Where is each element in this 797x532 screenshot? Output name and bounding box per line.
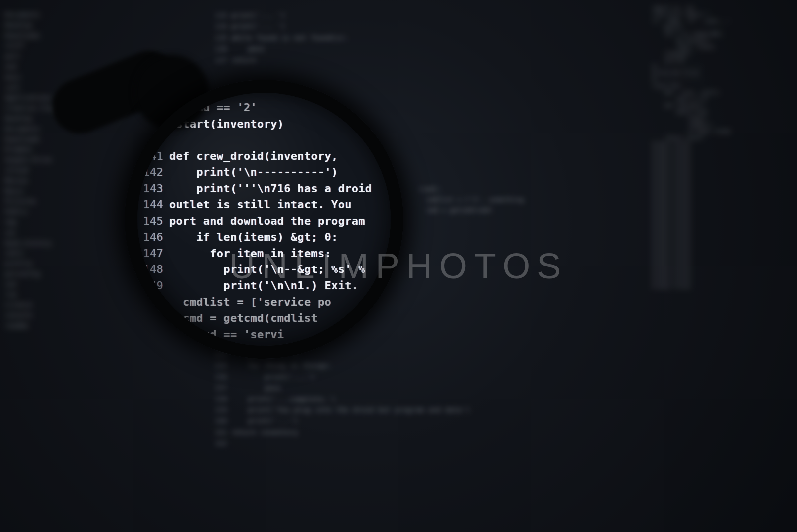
code-line: 148 print('\n--&gt; %s' % <box>137 262 391 278</box>
line-number: 144 <box>137 197 163 213</box>
code-line: 143 print('''\n716 has a droid <box>137 181 391 197</box>
line-text: if len(items) &gt; 0: <box>169 231 338 243</box>
code-line: 144outlet is still intact. You <box>137 197 391 213</box>
line-number: 146 <box>137 229 163 246</box>
blurred-minimap: import os, sys from utils import * if __… <box>653 5 782 290</box>
code-line: cmdlist = ['service po <box>137 294 391 311</box>
watermark-suffix: PHOTOS <box>376 246 568 286</box>
code-line: 142 print('\n----------') <box>137 164 391 181</box>
code-line: 146 if len(items) &gt; 0: <box>137 229 391 246</box>
line-text: print('''\n716 has a droid <box>169 182 372 195</box>
code-line: cmd = getcmd(cmdlist <box>137 310 391 327</box>
line-number: 143 <box>137 181 163 197</box>
line-text: cmd = getcmd(cmdlist <box>169 312 318 324</box>
line-number: 148 <box>137 262 163 278</box>
line-text: for item in items: <box>169 247 331 260</box>
code-line: 145port and download the program <box>137 213 391 230</box>
magnifier-handle-joint-icon <box>134 55 209 130</box>
code-line <box>137 132 391 148</box>
line-text: cmd == 'servi <box>169 328 284 341</box>
blurred-sidebar: Documents Desktop Downloads stuff part a… <box>5 10 95 331</box>
code-line: 147 for item in items: <box>137 246 391 262</box>
line-text: print('\n----------') <box>169 166 338 178</box>
blurred-code-top: print('... ') print('... ') while found … <box>214 10 473 66</box>
line-text: outlet is still intact. You <box>169 198 352 211</box>
line-text: def crew_droid(inventory, <box>169 150 338 162</box>
line-text: print('\n\n1.) Exit. <box>169 279 358 292</box>
stock-photo-frame: Documents Desktop Downloads stuff part a… <box>0 0 797 532</box>
code-line: cmd == 'servi <box>137 327 391 343</box>
blurred-code-bottom: print('...') for thing in things: print(… <box>214 349 523 438</box>
code-line: 149 print('\n\n1.) Exit. <box>137 278 391 294</box>
magnified-code-lines: cmd == '2' start(inventory)41def crew_dr… <box>137 100 391 343</box>
line-number: 147 <box>137 246 163 262</box>
line-text: print('\n--&gt; %s' % <box>169 263 365 275</box>
line-number: 149 <box>137 278 163 294</box>
code-line: 41def crew_droid(inventory, <box>137 148 391 165</box>
line-number: 145 <box>137 213 163 230</box>
blurred-code-midright: (cmd): cmdlist = ['3', something cmd = g… <box>418 184 568 215</box>
magnified-code-viewport: cmd == '2' start(inventory)41def crew_dr… <box>137 93 391 346</box>
line-text: cmdlist = ['service po <box>169 296 331 308</box>
line-number: 41 <box>137 148 163 165</box>
line-number: 142 <box>137 164 163 181</box>
magnifying-glass: cmd == '2' start(inventory)41def crew_dr… <box>125 80 403 359</box>
line-text: port and download the program <box>169 215 365 227</box>
